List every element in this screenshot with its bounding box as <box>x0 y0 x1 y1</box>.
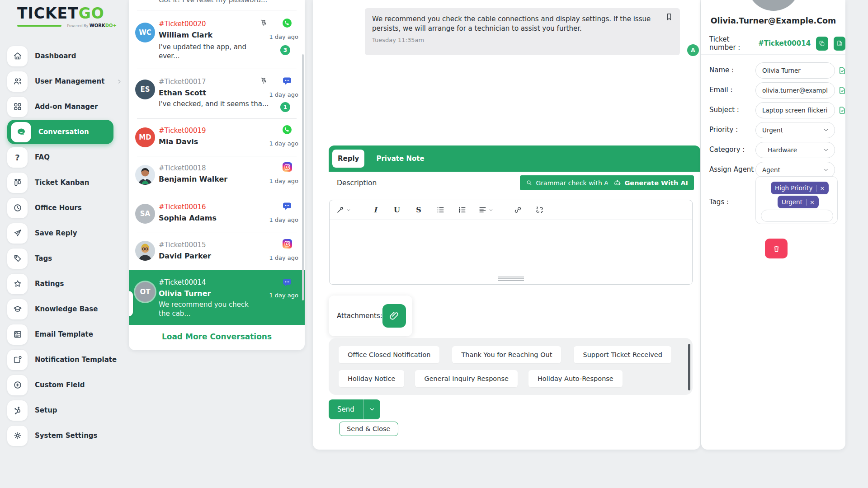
assign-agent-select[interactable]: Agent <box>755 162 835 178</box>
conversation-list-scrollbar[interactable] <box>302 54 304 300</box>
plus-circle-icon <box>7 375 28 395</box>
sidebar-item-custom-field[interactable]: Custom Field <box>0 372 129 398</box>
magic-wand-menu-button[interactable] <box>336 204 351 216</box>
subject-input[interactable]: Laptop screen flickering <box>755 102 835 118</box>
save-field-icon[interactable] <box>838 86 847 95</box>
sidebar-item-system-settings[interactable]: System Settings <box>0 423 129 448</box>
sidebar-item-addon-manager[interactable]: Add-on Manager <box>0 94 129 119</box>
sidebar-item-notification-template[interactable]: Notification Template <box>0 347 129 372</box>
sidebar-item-ratings[interactable]: Ratings <box>0 271 129 296</box>
send-button[interactable]: Send <box>329 399 380 419</box>
strikethrough-button[interactable]: S <box>413 204 424 216</box>
sidebar-item-dashboard[interactable]: Dashboard <box>0 43 129 69</box>
ticketgo-app: TICKETGO Powered By WORKDO+ Dashboard Us… <box>0 0 868 488</box>
sidebar-item-save-reply[interactable]: Save Reply <box>0 221 129 246</box>
contact-name: Benjamin Walker <box>159 175 227 183</box>
home-icon <box>7 46 28 66</box>
bookmark-icon[interactable] <box>665 12 674 21</box>
tab-private-note[interactable]: Private Note <box>376 155 424 163</box>
align-icon <box>478 206 487 214</box>
grammar-check-button[interactable]: Grammar check with AI <box>520 175 616 190</box>
selected-row-handle <box>129 291 133 316</box>
tab-reply[interactable]: Reply <box>332 150 364 168</box>
email-label: Email : <box>709 86 732 94</box>
priority-label: Priority : <box>709 126 738 134</box>
save-field-icon[interactable] <box>838 106 847 115</box>
sidebar-item-label: Tags <box>35 254 52 263</box>
chat-icon <box>11 122 31 142</box>
quick-reply-chip[interactable]: General Inquiry Response <box>415 370 517 387</box>
italic-button[interactable]: I <box>370 204 381 216</box>
load-more-conversations-button[interactable]: Load More Conversations <box>129 332 305 341</box>
category-select[interactable]: Hardware <box>755 142 835 158</box>
brand-logo[interactable]: TICKETGO Powered By WORKDO+ <box>17 5 117 28</box>
ticket-id: #Ticket00014 <box>159 278 206 286</box>
delete-ticket-button[interactable] <box>765 239 788 258</box>
ticket-details-panel: Olivia.Turner@Example.Com Ticket number … <box>701 0 845 450</box>
send-and-close-button[interactable]: Send & Close <box>339 422 398 436</box>
sidebar: TICKETGO Powered By WORKDO+ Dashboard Us… <box>0 0 129 488</box>
quick-reply-chip[interactable]: Holiday Auto-Response <box>528 370 623 387</box>
numbered-list-button[interactable] <box>457 204 467 216</box>
insert-link-button[interactable] <box>512 204 523 216</box>
ticket-row-00015[interactable]: #Ticket00015 David Parker 1 day ago <box>129 235 305 270</box>
sidebar-item-ticket-kanban[interactable]: Ticket Kanban <box>0 170 129 195</box>
tagline-prefix: Powered By <box>67 24 88 28</box>
star-icon <box>7 274 28 294</box>
avatar-photo <box>135 241 155 261</box>
unread-count-badge: 3 <box>280 45 290 55</box>
sidebar-item-office-hours[interactable]: Office Hours <box>0 195 129 221</box>
generate-with-ai-button[interactable]: Generate With AI <box>608 175 694 190</box>
save-field-icon[interactable] <box>838 66 847 75</box>
copy-ticket-number-button[interactable] <box>816 37 828 51</box>
attachments-label: Attachments: <box>337 312 382 320</box>
add-tag-input[interactable] <box>761 210 833 222</box>
ticket-row-00017[interactable]: ES #Ticket00017 Ethan Scott 1 day ago I'… <box>129 70 305 118</box>
remove-link-button[interactable] <box>534 204 545 216</box>
add-attachment-button[interactable] <box>382 304 406 328</box>
email-input[interactable]: olivia.turner@example.c <box>755 82 835 99</box>
avatar-photo <box>135 165 155 185</box>
priority-select[interactable]: Urgent <box>755 122 835 138</box>
pin-off-icon[interactable] <box>260 77 268 84</box>
ticket-time: 1 day ago <box>269 33 298 40</box>
quick-reply-chip[interactable]: Office Closed Notification <box>339 346 439 363</box>
reply-text-area[interactable] <box>330 220 692 273</box>
align-menu-button[interactable] <box>478 204 493 216</box>
contact-name: William Clark <box>159 31 212 39</box>
message-preview: We recommend you check the cab... <box>159 300 256 318</box>
sidebar-item-conversation[interactable]: Conversation <box>7 120 113 144</box>
contact-name: Ethan Scott <box>159 89 206 97</box>
name-input[interactable]: Olivia Turner <box>755 62 835 79</box>
chevron-down-icon <box>369 406 375 413</box>
trash-icon <box>772 244 781 253</box>
sidebar-item-setup[interactable]: Setup <box>0 398 129 423</box>
field-row-category: Category : Hardware <box>701 142 845 158</box>
quick-reply-chip[interactable]: Support Ticket Received <box>574 346 671 363</box>
remove-tag-icon[interactable]: × <box>806 199 815 206</box>
remove-tag-icon[interactable]: × <box>816 185 825 192</box>
sidebar-item-knowledge-base[interactable]: Knowledge Base <box>0 296 129 322</box>
underline-button[interactable]: U <box>392 204 402 216</box>
quick-reply-chip[interactable]: Holiday Notice <box>339 370 404 387</box>
send-options-dropdown[interactable] <box>363 399 380 419</box>
export-ticket-button[interactable] <box>834 37 845 51</box>
search-icon <box>526 179 533 186</box>
brand-logo-go: GO <box>79 5 104 22</box>
editor-resize-handle[interactable] <box>498 276 524 282</box>
robot-icon <box>613 179 621 187</box>
bullet-list-button[interactable] <box>435 204 446 216</box>
ticket-row-00020[interactable]: WC #Ticket00020 William Clark 1 day ago … <box>129 12 305 69</box>
sidebar-item-tags[interactable]: Tags <box>0 246 129 271</box>
ticket-row-00019[interactable]: MD #Ticket00019 Mia Davis 1 day ago <box>129 120 305 156</box>
sidebar-item-user-management[interactable]: User Management <box>0 69 129 94</box>
quick-reply-chip[interactable]: Thank You for Reaching Out <box>452 346 561 363</box>
quick-replies-scrollbar[interactable] <box>688 344 690 390</box>
ticket-row-00018[interactable]: #Ticket00018 Benjamin Walker 1 day ago <box>129 158 305 195</box>
ticket-row-00016[interactable]: SA #Ticket00016 Sophia Adams 1 day ago <box>129 197 305 233</box>
divider <box>137 69 297 69</box>
pin-off-icon[interactable] <box>260 19 268 27</box>
sidebar-item-email-template[interactable]: Email Template <box>0 322 129 347</box>
sidebar-item-faq[interactable]: ? FAQ <box>0 145 129 170</box>
ticket-row-00014-selected[interactable]: OT #Ticket00014 Olivia Turner 1 day ago … <box>129 270 305 325</box>
